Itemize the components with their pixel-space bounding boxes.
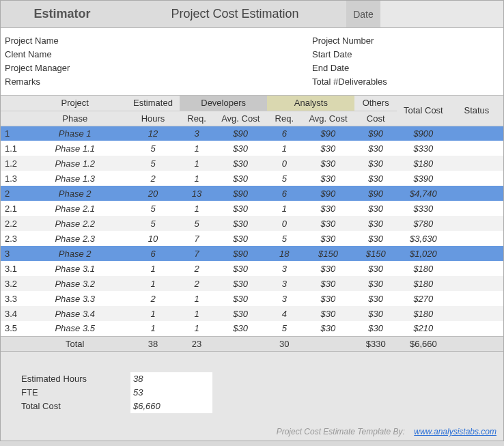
row-status[interactable]: [450, 231, 503, 246]
row-hours[interactable]: 1: [126, 306, 180, 321]
row-num[interactable]: 2.3: [1, 231, 23, 246]
row-ana-cost[interactable]: $30: [301, 216, 354, 231]
remarks-value[interactable]: [121, 76, 312, 88]
date-value[interactable]: [380, 1, 503, 27]
client-name-value[interactable]: [121, 48, 312, 61]
row-num[interactable]: 3: [1, 246, 23, 261]
footer-link[interactable]: www.analysistabs.com: [414, 427, 496, 436]
row-others[interactable]: $30: [354, 306, 396, 321]
row-hours[interactable]: 1: [126, 276, 180, 291]
row-dev-cost[interactable]: $30: [214, 321, 267, 336]
row-hours[interactable]: 6: [126, 246, 180, 261]
table-row[interactable]: 2.3Phase 2.3107$305$30$30$3,630: [1, 231, 503, 246]
row-others[interactable]: $30: [354, 321, 396, 336]
row-num[interactable]: 3.2: [1, 276, 23, 291]
row-dev-req[interactable]: 1: [180, 156, 214, 171]
row-others[interactable]: $30: [354, 141, 396, 156]
row-status[interactable]: [450, 156, 503, 171]
row-total[interactable]: $4,740: [397, 186, 450, 201]
row-phase[interactable]: Phase 1: [23, 126, 126, 141]
row-ana-req[interactable]: 6: [267, 186, 301, 201]
row-total[interactable]: $330: [397, 141, 450, 156]
row-status[interactable]: [450, 261, 503, 276]
row-status[interactable]: [450, 321, 503, 336]
row-dev-req[interactable]: 1: [180, 201, 214, 216]
row-others[interactable]: $30: [354, 231, 396, 246]
row-ana-req[interactable]: 18: [267, 246, 301, 261]
table-row[interactable]: 3.5Phase 3.511$305$30$30$210: [1, 321, 503, 336]
row-total[interactable]: $180: [397, 156, 450, 171]
end-date-value[interactable]: [401, 62, 496, 74]
row-ana-cost[interactable]: $30: [301, 201, 354, 216]
row-num[interactable]: 3.3: [1, 291, 23, 306]
row-hours[interactable]: 1: [126, 321, 180, 336]
row-dev-req[interactable]: 13: [180, 186, 214, 201]
row-dev-cost[interactable]: $30: [214, 141, 267, 156]
row-dev-cost[interactable]: $30: [214, 261, 267, 276]
row-phase[interactable]: Phase 2.3: [23, 231, 126, 246]
row-ana-cost[interactable]: $30: [301, 291, 354, 306]
row-num[interactable]: 1.2: [1, 156, 23, 171]
row-dev-cost[interactable]: $90: [214, 186, 267, 201]
table-row[interactable]: 1.3Phase 1.321$305$30$30$390: [1, 171, 503, 186]
row-dev-req[interactable]: 1: [180, 141, 214, 156]
row-hours[interactable]: 5: [126, 141, 180, 156]
row-others[interactable]: $90: [354, 126, 396, 141]
row-total[interactable]: $180: [397, 261, 450, 276]
row-dev-req[interactable]: 5: [180, 216, 214, 231]
table-row[interactable]: 3.4Phase 3.411$304$30$30$180: [1, 306, 503, 321]
row-total[interactable]: $270: [397, 291, 450, 306]
row-ana-cost[interactable]: $150: [301, 246, 354, 261]
row-num[interactable]: 1.1: [1, 141, 23, 156]
row-num[interactable]: 1.3: [1, 171, 23, 186]
row-ana-req[interactable]: 1: [267, 201, 301, 216]
row-ana-req[interactable]: 5: [267, 231, 301, 246]
row-status[interactable]: [450, 291, 503, 306]
row-others[interactable]: $30: [354, 201, 396, 216]
row-hours[interactable]: 10: [126, 231, 180, 246]
row-phase[interactable]: Phase 1.2: [23, 156, 126, 171]
row-ana-req[interactable]: 3: [267, 261, 301, 276]
row-phase[interactable]: Phase 2.1: [23, 201, 126, 216]
row-total[interactable]: $180: [397, 276, 450, 291]
row-phase[interactable]: Phase 3.2: [23, 276, 126, 291]
row-total[interactable]: $330: [397, 201, 450, 216]
row-dev-req[interactable]: 2: [180, 276, 214, 291]
row-ana-cost[interactable]: $30: [301, 306, 354, 321]
row-hours[interactable]: 1: [126, 261, 180, 276]
row-hours[interactable]: 12: [126, 126, 180, 141]
project-number-value[interactable]: [401, 35, 496, 47]
row-phase[interactable]: Phase 3.5: [23, 321, 126, 336]
row-others[interactable]: $90: [354, 186, 396, 201]
row-ana-cost[interactable]: $30: [301, 231, 354, 246]
table-row[interactable]: 2Phase 22013$906$90$90$4,740: [1, 186, 503, 201]
row-phase[interactable]: Phase 3.4: [23, 306, 126, 321]
row-dev-cost[interactable]: $30: [214, 216, 267, 231]
row-ana-req[interactable]: 5: [267, 171, 301, 186]
row-hours[interactable]: 5: [126, 201, 180, 216]
row-status[interactable]: [450, 276, 503, 291]
project-name-value[interactable]: [121, 35, 312, 47]
row-dev-req[interactable]: 1: [180, 291, 214, 306]
project-manager-value[interactable]: [121, 62, 312, 74]
row-status[interactable]: [450, 171, 503, 186]
row-hours[interactable]: 2: [126, 171, 180, 186]
row-num[interactable]: 2.1: [1, 201, 23, 216]
table-row[interactable]: 2.1Phase 2.151$301$30$30$330: [1, 201, 503, 216]
row-total[interactable]: $3,630: [397, 231, 450, 246]
table-row[interactable]: 3.2Phase 3.212$303$30$30$180: [1, 276, 503, 291]
row-dev-cost[interactable]: $30: [214, 156, 267, 171]
row-status[interactable]: [450, 246, 503, 261]
row-dev-cost[interactable]: $30: [214, 201, 267, 216]
row-others[interactable]: $30: [354, 291, 396, 306]
row-phase[interactable]: Phase 2.2: [23, 216, 126, 231]
row-total[interactable]: $180: [397, 306, 450, 321]
row-total[interactable]: $900: [397, 126, 450, 141]
deliverables-value[interactable]: [401, 76, 496, 88]
row-phase[interactable]: Phase 3.1: [23, 261, 126, 276]
row-ana-req[interactable]: 6: [267, 126, 301, 141]
row-phase[interactable]: Phase 3.3: [23, 291, 126, 306]
row-ana-cost[interactable]: $30: [301, 141, 354, 156]
row-dev-cost[interactable]: $90: [214, 126, 267, 141]
row-ana-req[interactable]: 0: [267, 216, 301, 231]
